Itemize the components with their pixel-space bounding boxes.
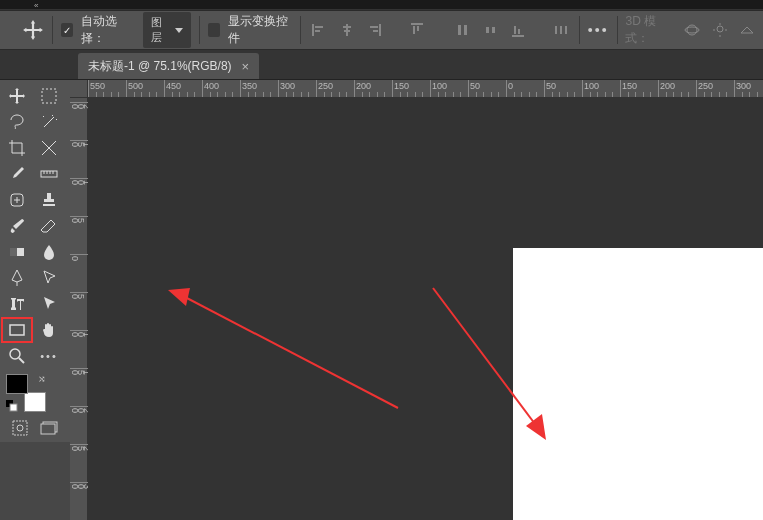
color-swatches[interactable]: ⤭ — [6, 374, 48, 412]
document-tabs: 未标题-1 @ 75.1%(RGB/8) × — [0, 50, 763, 80]
svg-line-25 — [433, 288, 538, 428]
move-tool[interactable] — [2, 84, 32, 108]
document-tab[interactable]: 未标题-1 @ 75.1%(RGB/8) × — [78, 53, 259, 79]
auto-select-label: 自动选择： — [81, 13, 134, 47]
move-tool-icon — [22, 19, 44, 41]
svg-rect-10 — [42, 89, 56, 103]
svg-rect-2 — [486, 27, 489, 33]
magic-wand-tool[interactable] — [34, 110, 64, 134]
swap-colors-icon[interactable]: ⤭ — [38, 374, 46, 384]
layer-select[interactable]: 图层 — [143, 12, 191, 48]
blur-tool[interactable] — [34, 240, 64, 264]
ruler-tick-label: 0 — [72, 256, 78, 260]
ruler-tick-label: 200 — [356, 81, 371, 91]
svg-rect-0 — [458, 25, 461, 35]
ruler-tool[interactable] — [34, 162, 64, 186]
close-tab-icon[interactable]: × — [242, 59, 250, 74]
3d-orbit-icon[interactable] — [682, 19, 702, 41]
distribute-bottom-button[interactable] — [509, 19, 529, 41]
svg-rect-19 — [13, 421, 27, 435]
3d-ground-icon[interactable] — [737, 19, 757, 41]
lasso-tool[interactable] — [2, 110, 32, 134]
svg-rect-6 — [565, 26, 567, 34]
align-center-h-button[interactable] — [337, 19, 357, 41]
ruler-tick-label: 350 — [242, 81, 257, 91]
zoom-tool[interactable] — [2, 344, 32, 368]
ruler-tick-label: 50 — [470, 81, 480, 91]
annotation-arrow-2 — [418, 278, 558, 448]
collapse-chevrons[interactable]: « — [34, 3, 38, 9]
separator — [52, 16, 53, 44]
ruler-tick-label: 100 — [432, 81, 447, 91]
pen-tool[interactable] — [2, 266, 32, 290]
healing-tool[interactable] — [2, 188, 32, 212]
foreground-color[interactable] — [6, 374, 28, 394]
vertical-ruler[interactable]: 20015010050050100150200250300 — [70, 98, 88, 520]
distribute-center-v-button[interactable] — [481, 19, 501, 41]
ruler-tick-label: 50 — [72, 294, 84, 298]
gradient-tool[interactable] — [2, 240, 32, 264]
crop-tool[interactable] — [2, 136, 32, 160]
separator — [199, 16, 200, 44]
align-left-button[interactable] — [309, 19, 329, 41]
path-select-tool[interactable] — [34, 292, 64, 316]
type-tool[interactable] — [2, 292, 32, 316]
svg-rect-4 — [555, 26, 557, 34]
brush-tool[interactable] — [2, 214, 32, 238]
tab-title: 未标题-1 @ 75.1%(RGB/8) — [88, 58, 232, 75]
svg-rect-14 — [10, 248, 17, 256]
ruler-tick-label: 200 — [660, 81, 675, 91]
ruler-tick-label: 300 — [280, 81, 295, 91]
screen-mode-icon[interactable] — [38, 418, 62, 438]
tool-options[interactable]: ••• — [34, 344, 64, 368]
show-transform-checkbox[interactable] — [208, 23, 220, 37]
ruler-tick-label: 150 — [622, 81, 637, 91]
align-top-button[interactable] — [407, 19, 427, 41]
svg-rect-3 — [492, 27, 495, 33]
background-color[interactable] — [24, 392, 46, 412]
annotation-arrow-1 — [168, 278, 408, 418]
svg-marker-26 — [526, 414, 546, 440]
ruler-tick-label: 250 — [698, 81, 713, 91]
distribute-top-button[interactable] — [453, 19, 473, 41]
auto-select-checkbox[interactable] — [61, 23, 73, 37]
eyedropper-tool[interactable] — [2, 162, 32, 186]
layer-select-value: 图层 — [151, 15, 169, 45]
svg-point-9 — [717, 26, 723, 32]
horizontal-ruler[interactable]: 5505004504003503002502001501005005010015… — [88, 80, 763, 98]
ruler-tick-label: 500 — [128, 81, 143, 91]
marquee-tool[interactable] — [34, 84, 64, 108]
ruler-tick-label: 50 — [546, 81, 556, 91]
more-options-button[interactable]: ••• — [588, 19, 609, 41]
ruler-tick-label: 550 — [90, 81, 105, 91]
separator — [579, 16, 580, 44]
svg-point-20 — [17, 425, 23, 431]
canvas-background[interactable] — [88, 98, 763, 520]
hand-tool[interactable] — [34, 318, 64, 342]
svg-marker-24 — [168, 288, 190, 306]
ruler-tick-label: 300 — [736, 81, 751, 91]
ruler-tick-label: 450 — [166, 81, 181, 91]
ruler-tick-label: 0 — [508, 81, 513, 91]
options-bar: 自动选择： 图层 显示变换控件 ••• 3D 模式： — [0, 10, 763, 50]
rectangle-tool[interactable] — [2, 318, 32, 342]
ruler-tick-label: 400 — [204, 81, 219, 91]
show-transform-label: 显示变换控件 — [228, 13, 292, 47]
eraser-tool[interactable] — [34, 214, 64, 238]
align-right-button[interactable] — [364, 19, 384, 41]
svg-point-16 — [10, 349, 20, 359]
ruler-corner — [70, 80, 88, 98]
distribute-h-button[interactable] — [551, 19, 571, 41]
ruler-tick-label: 50 — [72, 218, 84, 222]
svg-rect-11 — [41, 171, 57, 177]
stamp-tool[interactable] — [34, 188, 64, 212]
svg-line-23 — [183, 296, 398, 408]
3d-light-icon[interactable] — [710, 19, 730, 41]
slice-tool[interactable] — [34, 136, 64, 160]
ruler-tick-label: 150 — [394, 81, 409, 91]
quick-mask-icon[interactable] — [8, 418, 32, 438]
direct-select-tool[interactable] — [34, 266, 64, 290]
separator — [300, 16, 301, 44]
menu-bar — [0, 0, 763, 10]
default-colors-icon[interactable] — [6, 400, 18, 412]
